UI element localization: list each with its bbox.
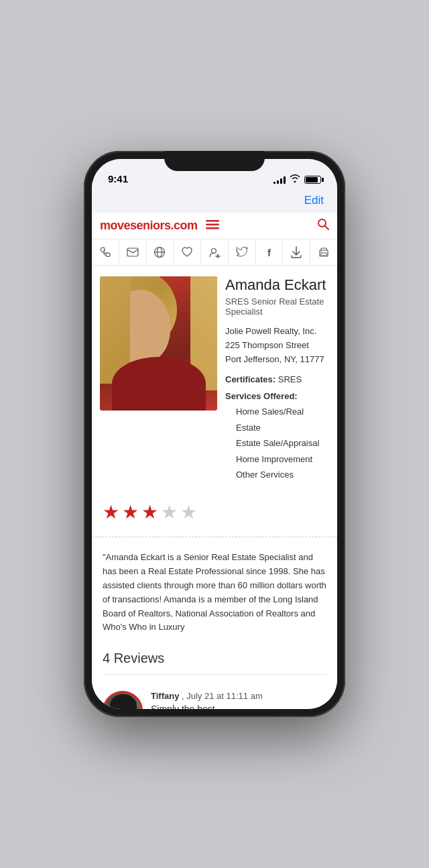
phone-button[interactable] bbox=[92, 239, 119, 265]
phone-frame: 9:41 bbox=[84, 151, 345, 717]
facebook-button[interactable]: f bbox=[256, 239, 284, 265]
profile-title: SRES Senior Real Estate Specialist bbox=[225, 296, 329, 317]
review-text: Simply the best. bbox=[151, 704, 326, 709]
profile-name: Amanda Eckart bbox=[225, 276, 329, 294]
print-button[interactable] bbox=[310, 239, 337, 265]
list-item: Home Sales/Real Estate bbox=[236, 404, 329, 435]
profile-certificates: Certificates: SRES bbox=[225, 374, 329, 384]
list-item: Estate Sale/Appraisal bbox=[236, 435, 329, 451]
star-2[interactable]: ★ bbox=[122, 501, 139, 523]
svg-rect-1 bbox=[206, 223, 219, 225]
add-contact-button[interactable] bbox=[201, 239, 229, 265]
app-header: moveseniors.com bbox=[92, 213, 337, 239]
notch bbox=[164, 151, 265, 171]
edit-bar: Edit bbox=[92, 188, 337, 213]
web-button[interactable] bbox=[147, 239, 174, 265]
star-3[interactable]: ★ bbox=[141, 501, 158, 523]
logo: moveseniors.com bbox=[100, 219, 198, 233]
reviewer-date: July 21 at 11:11 am bbox=[186, 691, 262, 701]
star-5[interactable]: ★ bbox=[180, 501, 197, 523]
phone-screen: 9:41 bbox=[92, 159, 337, 709]
star-rating[interactable]: ★ ★ ★ ★ ★ bbox=[103, 501, 326, 523]
svg-rect-2 bbox=[206, 227, 219, 229]
status-icons bbox=[273, 174, 321, 184]
reviews-title: 4 Reviews bbox=[103, 651, 326, 666]
wifi-icon bbox=[290, 174, 300, 184]
edit-button[interactable]: Edit bbox=[304, 194, 324, 207]
section-divider bbox=[92, 537, 337, 537]
profile-company: Jolie Powell Realty, Inc. 225 Thompson S… bbox=[225, 325, 329, 366]
list-item: Home Improvement bbox=[236, 451, 329, 467]
svg-line-4 bbox=[325, 226, 329, 230]
profile-photo bbox=[100, 276, 217, 411]
email-button[interactable] bbox=[119, 239, 147, 265]
svg-rect-13 bbox=[321, 253, 326, 256]
reviews-divider bbox=[103, 674, 326, 675]
rating-section: ★ ★ ★ ★ ★ bbox=[92, 493, 337, 531]
favorite-button[interactable] bbox=[174, 239, 201, 265]
star-4[interactable]: ★ bbox=[161, 501, 178, 523]
review-item: Tiffany , July 21 at 11:11 am Simply the… bbox=[103, 686, 326, 709]
profile-section: Amanda Eckart SRES Senior Real Estate Sp… bbox=[92, 266, 337, 493]
services-list: Home Sales/Real Estate Estate Sale/Appra… bbox=[225, 404, 329, 482]
bio-text: "Amanda Eckart is a Senior Real Estate S… bbox=[103, 551, 326, 635]
star-1[interactable]: ★ bbox=[103, 501, 119, 523]
reviewer-name: Tiffany bbox=[151, 691, 179, 701]
search-icon[interactable] bbox=[317, 218, 329, 233]
profile-info: Amanda Eckart SRES Senior Real Estate Sp… bbox=[225, 276, 329, 482]
reviewer-avatar bbox=[103, 691, 143, 709]
content-area[interactable]: Edit moveseniors.com bbox=[92, 188, 337, 709]
reviews-section: 4 Reviews bbox=[92, 643, 337, 709]
download-button[interactable] bbox=[283, 239, 310, 265]
svg-rect-5 bbox=[127, 248, 138, 256]
svg-rect-0 bbox=[206, 220, 219, 222]
status-time: 9:41 bbox=[108, 173, 128, 184]
reviewer-name-date: Tiffany , July 21 at 11:11 am bbox=[151, 691, 326, 701]
twitter-button[interactable] bbox=[229, 239, 256, 265]
svg-point-14 bbox=[321, 252, 322, 253]
bio-section: "Amanda Eckart is a Senior Real Estate S… bbox=[92, 543, 337, 643]
battery-icon bbox=[304, 176, 321, 184]
review-content: Tiffany , July 21 at 11:11 am Simply the… bbox=[151, 691, 326, 709]
action-toolbar: f bbox=[92, 239, 337, 266]
services-section: Services Offered: Home Sales/Real Estate… bbox=[225, 391, 329, 482]
signal-icon bbox=[273, 176, 286, 184]
list-item: Other Services bbox=[236, 467, 329, 482]
hamburger-icon[interactable] bbox=[206, 220, 219, 232]
